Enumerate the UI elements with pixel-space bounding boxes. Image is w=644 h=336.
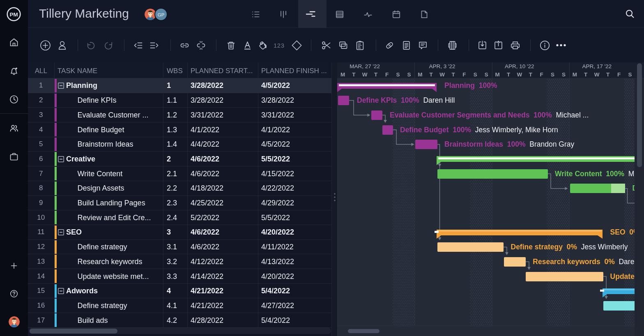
svg-text:PM: PM — [9, 12, 18, 18]
svg-text:GP: GP — [158, 12, 165, 17]
